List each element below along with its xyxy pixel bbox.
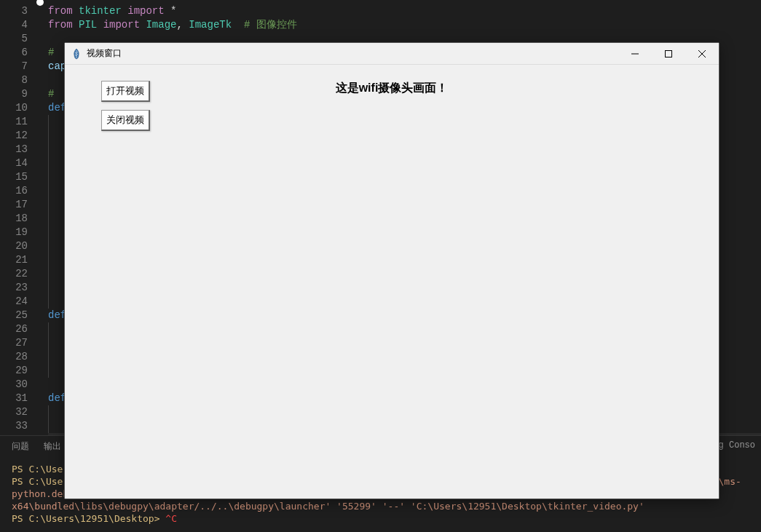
line-number: 8 <box>0 74 28 87</box>
line-number: 25 <box>0 309 28 322</box>
svg-rect-1 <box>666 50 672 57</box>
line-number: 30 <box>0 378 28 392</box>
line-number: 22 <box>0 267 28 281</box>
line-number: 15 <box>0 170 28 184</box>
indent-guide <box>48 405 49 433</box>
tab-problems[interactable]: 问题 <box>12 440 29 453</box>
minimize-button[interactable] <box>618 43 652 64</box>
minimize-icon <box>631 50 639 57</box>
line-number: 16 <box>0 184 28 198</box>
maximize-icon <box>665 50 672 57</box>
line-number: 20 <box>0 239 28 253</box>
line-number: 5 <box>0 32 28 46</box>
terminal-line: PS C:\Users\12951\Desktop> ^C <box>12 512 749 525</box>
line-number: 26 <box>0 322 28 336</box>
line-number: 21 <box>0 253 28 267</box>
maximize-button[interactable] <box>652 43 685 64</box>
close-video-button[interactable]: 关闭视频 <box>101 110 150 131</box>
line-number: 19 <box>0 226 28 239</box>
open-video-button[interactable]: 打开视频 <box>101 81 150 102</box>
line-number: 6 <box>0 46 28 60</box>
line-number: 27 <box>0 336 28 350</box>
line-number: 7 <box>0 60 28 74</box>
line-number: 32 <box>0 405 28 419</box>
line-number: 24 <box>0 295 28 309</box>
close-icon <box>698 50 706 57</box>
window-title: 视频窗口 <box>87 47 618 60</box>
line-number: 33 <box>0 419 28 433</box>
line-number: 31 <box>0 392 28 405</box>
line-number: 13 <box>0 143 28 156</box>
indent-guide <box>48 322 49 378</box>
close-button[interactable] <box>685 43 719 64</box>
line-number: 4 <box>0 18 28 32</box>
line-number: 29 <box>0 364 28 378</box>
window-body: 打开视频 关闭视频 这是wifi摄像头画面！ <box>65 65 719 499</box>
camera-label: 这是wifi摄像头画面！ <box>336 81 449 96</box>
window-buttons <box>618 43 719 64</box>
window-titlebar[interactable]: 视频窗口 <box>65 43 719 65</box>
terminal-line: x64\bundled\libs\debugpy\adapter/../..\d… <box>12 500 749 512</box>
line-number: 14 <box>0 156 28 170</box>
code-line: from tkinter import * <box>48 4 761 18</box>
line-number: 17 <box>0 198 28 212</box>
line-number-gutter: 3 4 5 6 7 8 9 10 11 12 13 14 15 16 17 18… <box>0 0 36 447</box>
tkinter-window[interactable]: 视频窗口 打开视频 关闭视频 这是wifi摄像头画面！ <box>64 42 719 499</box>
tkinter-feather-icon <box>71 48 82 60</box>
line-number: 10 <box>0 101 28 115</box>
line-number: 11 <box>0 115 28 129</box>
line-number: 18 <box>0 212 28 226</box>
line-number: 23 <box>0 281 28 295</box>
indent-guide <box>48 115 49 309</box>
line-number: 28 <box>0 350 28 364</box>
line-number: 3 <box>0 4 28 18</box>
line-number: 9 <box>0 87 28 101</box>
line-number: 12 <box>0 129 28 143</box>
tab-output[interactable]: 输出 <box>44 440 61 453</box>
code-line: from PIL import Image, ImageTk # 图像控件 <box>48 18 761 32</box>
